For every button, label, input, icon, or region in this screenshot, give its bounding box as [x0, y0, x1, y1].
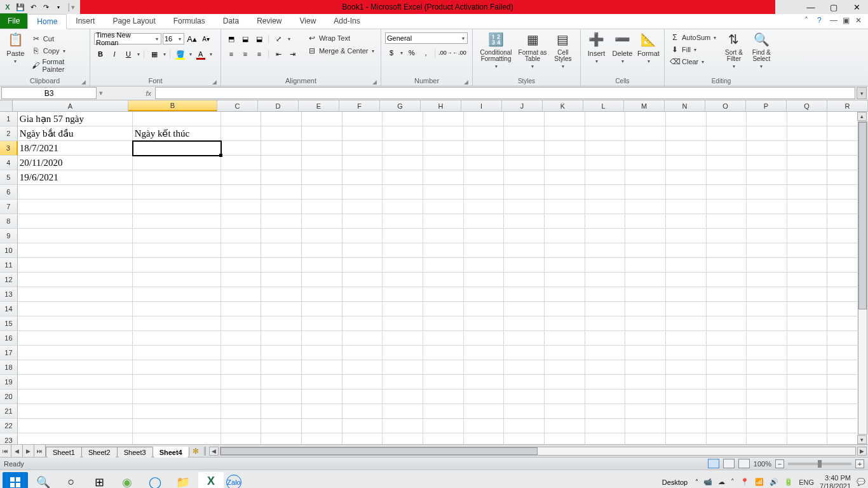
cell-A8[interactable]	[18, 214, 133, 229]
tray-notifications-icon[interactable]: 💬	[857, 478, 865, 486]
cell-N16[interactable]	[666, 331, 707, 346]
taskbar-app-edge[interactable]: ◯	[142, 472, 168, 489]
insert-cells-button[interactable]: ➕Insert▾	[585, 30, 608, 64]
cell-O6[interactable]	[707, 185, 747, 200]
cell-P22[interactable]	[747, 419, 787, 433]
cell-K16[interactable]	[545, 331, 585, 346]
cell-M20[interactable]	[625, 390, 666, 404]
cell-J23[interactable]	[504, 433, 545, 444]
cell-J14[interactable]	[504, 302, 545, 316]
cell-D7[interactable]	[261, 200, 302, 214]
cell-B7[interactable]	[133, 200, 221, 214]
cell-E1[interactable]	[302, 112, 342, 126]
cell-L18[interactable]	[585, 360, 626, 375]
cell-G16[interactable]	[383, 331, 423, 346]
minimize-button[interactable]: —	[799, 0, 822, 14]
sheet-next-icon[interactable]: ▶	[23, 445, 34, 457]
cell-O9[interactable]	[707, 229, 747, 243]
column-header-K[interactable]: K	[543, 100, 583, 111]
cell-B17[interactable]	[133, 346, 221, 360]
taskbar-app-excel[interactable]: X	[198, 472, 224, 489]
cell-Q8[interactable]	[787, 214, 828, 229]
ribbon-minimize-icon[interactable]: ˄	[804, 16, 813, 25]
cell-B14[interactable]	[133, 302, 221, 316]
tab-formulas[interactable]: Formulas	[165, 14, 214, 29]
cell-B21[interactable]	[133, 404, 221, 419]
cell-G13[interactable]	[383, 287, 423, 302]
fill-color-dropdown[interactable]: ▾	[188, 51, 193, 57]
cell-A9[interactable]	[18, 229, 133, 243]
cell-Q11[interactable]	[787, 258, 828, 273]
cell-E4[interactable]	[302, 156, 342, 170]
cell-B2[interactable]: Ngày kết thúc	[133, 126, 221, 141]
cell-A12[interactable]	[18, 273, 133, 287]
cell-M13[interactable]	[625, 287, 666, 302]
cell-M21[interactable]	[625, 404, 666, 419]
cell-Q18[interactable]	[787, 360, 828, 375]
zoom-out-button[interactable]: −	[775, 459, 784, 468]
cell-N7[interactable]	[666, 200, 707, 214]
cell-K8[interactable]	[545, 214, 585, 229]
cell-K3[interactable]	[545, 141, 585, 156]
cell-D14[interactable]	[261, 302, 302, 316]
cell-H9[interactable]	[423, 229, 464, 243]
tab-add-ins[interactable]: Add-Ins	[325, 14, 369, 29]
tab-insert[interactable]: Insert	[67, 14, 104, 29]
cell-D18[interactable]	[261, 360, 302, 375]
cell-K5[interactable]	[545, 170, 585, 185]
cell-I11[interactable]	[464, 258, 505, 273]
name-box[interactable]: B3	[1, 87, 97, 99]
cell-M4[interactable]	[625, 156, 666, 170]
cell-K22[interactable]	[545, 419, 585, 433]
cell-A10[interactable]	[18, 243, 133, 258]
cell-B9[interactable]	[133, 229, 221, 243]
cell-J21[interactable]	[504, 404, 545, 419]
cell-P2[interactable]	[747, 126, 787, 141]
cell-I13[interactable]	[464, 287, 505, 302]
cell-K12[interactable]	[545, 273, 585, 287]
conditional-formatting-button[interactable]: 🔢 Conditional Formatting▾	[477, 30, 515, 69]
cell-B20[interactable]	[133, 390, 221, 404]
tab-split-handle[interactable]	[204, 447, 208, 456]
clipboard-dialog-icon[interactable]: ◢	[81, 79, 86, 85]
cell-B4[interactable]	[133, 156, 221, 170]
tab-file[interactable]: File	[0, 13, 27, 29]
cell-F12[interactable]	[342, 273, 383, 287]
cell-Q21[interactable]	[787, 404, 828, 419]
sheet-first-icon[interactable]: ⏮	[0, 445, 11, 457]
cell-M8[interactable]	[625, 214, 666, 229]
cell-Q12[interactable]	[787, 273, 828, 287]
cell-F15[interactable]	[342, 316, 383, 331]
font-color-button[interactable]: A	[194, 48, 207, 60]
cell-J18[interactable]	[504, 360, 545, 375]
grow-font-button[interactable]: A▴	[186, 32, 198, 45]
border-button[interactable]: ▦	[148, 48, 161, 60]
cell-K11[interactable]	[545, 258, 585, 273]
cell-M9[interactable]	[625, 229, 666, 243]
cell-A22[interactable]	[18, 419, 133, 433]
column-header-L[interactable]: L	[583, 100, 624, 111]
cell-G19[interactable]	[383, 375, 423, 390]
cell-H18[interactable]	[423, 360, 464, 375]
cell-F22[interactable]	[342, 419, 383, 433]
cell-P18[interactable]	[747, 360, 787, 375]
cell-E6[interactable]	[302, 185, 342, 200]
sheet-tab-sheet1[interactable]: Sheet1	[46, 447, 82, 458]
cell-P13[interactable]	[747, 287, 787, 302]
taskbar-desktop-label[interactable]: Desktop	[662, 478, 688, 486]
cell-L16[interactable]	[585, 331, 626, 346]
cell-H12[interactable]	[423, 273, 464, 287]
cell-F18[interactable]	[342, 360, 383, 375]
cell-Q3[interactable]	[787, 141, 828, 156]
cell-I23[interactable]	[464, 433, 505, 444]
cell-B23[interactable]	[133, 433, 221, 444]
cell-B13[interactable]	[133, 287, 221, 302]
cell-F17[interactable]	[342, 346, 383, 360]
cell-G7[interactable]	[383, 200, 423, 214]
cell-N22[interactable]	[666, 419, 707, 433]
cell-G22[interactable]	[383, 419, 423, 433]
cell-C9[interactable]	[221, 229, 262, 243]
cell-J19[interactable]	[504, 375, 545, 390]
tray-meet-now-icon[interactable]: 📹	[703, 478, 712, 486]
cell-E14[interactable]	[302, 302, 342, 316]
